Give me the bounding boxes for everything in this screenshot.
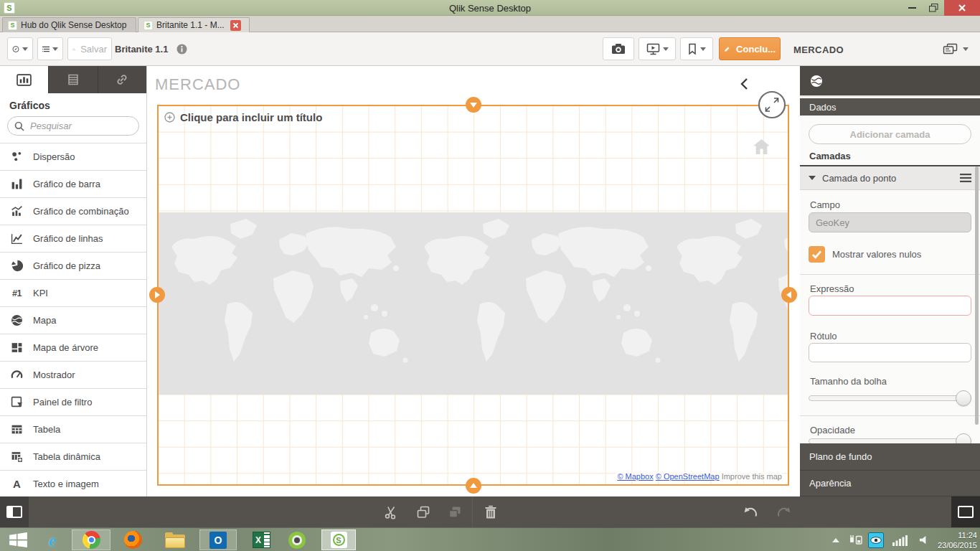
- sheet-title[interactable]: MERCADO: [155, 75, 240, 94]
- resize-handle-right[interactable]: [781, 287, 797, 303]
- paste-button[interactable]: [446, 504, 464, 521]
- layer-row-point-layer[interactable]: Camada do ponto: [800, 166, 980, 190]
- chart-item-scatter[interactable]: Dispersão: [0, 143, 146, 170]
- presentation-button[interactable]: [639, 37, 676, 60]
- expression-input[interactable]: [809, 296, 971, 316]
- collapse-panel-chevron[interactable]: [739, 77, 749, 90]
- taskbar-file-explorer[interactable]: [164, 530, 187, 550]
- taskbar-chrome[interactable]: [82, 530, 100, 550]
- minimize-button[interactable]: [903, 0, 921, 16]
- tab-document[interactable]: S Britanite 1.1 - M...: [138, 17, 250, 32]
- info-icon[interactable]: [176, 44, 187, 55]
- delete-button[interactable]: [481, 504, 500, 521]
- background-section-header[interactable]: Plano de fundo: [800, 443, 980, 471]
- globe-icon[interactable]: [809, 74, 824, 88]
- openstreetmap-link[interactable]: © OpenStreetMap: [656, 472, 720, 481]
- chart-item-map[interactable]: Mapa: [0, 306, 146, 334]
- tab-charts[interactable]: [0, 66, 48, 93]
- undo-button[interactable]: [741, 504, 760, 521]
- mapbox-link[interactable]: © Mapbox: [617, 472, 653, 481]
- add-layer-button[interactable]: Adicionar camada: [809, 124, 971, 144]
- arrow-up-icon: [832, 534, 839, 542]
- toggle-left-panel-button[interactable]: [0, 496, 29, 527]
- chart-item-filter-pane[interactable]: Painel de filtro: [0, 388, 146, 415]
- snapshot-button[interactable]: [603, 37, 634, 60]
- layer-menu-icon[interactable]: [960, 174, 971, 182]
- start-button[interactable]: [6, 530, 30, 550]
- divider: [472, 496, 473, 527]
- chart-item-text-image[interactable]: A Texto e imagem: [0, 470, 146, 497]
- chart-item-pie[interactable]: Gráfico de pizza: [0, 252, 146, 279]
- tray-clock[interactable]: 11:24 23/06/2015: [927, 530, 977, 550]
- fullscreen-toggle-button[interactable]: [758, 90, 786, 119]
- expression-label: Expressão: [810, 283, 854, 294]
- redo-button[interactable]: [775, 504, 793, 521]
- cut-button[interactable]: [382, 504, 400, 521]
- taskbar-qlikview[interactable]: [287, 530, 307, 550]
- toggle-right-panel-button[interactable]: [951, 496, 980, 527]
- chart-item-bar[interactable]: Gráfico de barra: [0, 170, 146, 197]
- chart-item-table[interactable]: Tabela: [0, 415, 146, 443]
- field-label: Campo: [810, 199, 840, 210]
- panel-scrollbar[interactable]: [975, 166, 979, 425]
- label-label: Rótulo: [810, 331, 837, 342]
- search-icon: [14, 121, 24, 131]
- bookmark-button[interactable]: [680, 37, 713, 60]
- chart-item-gauge[interactable]: Mostrador: [0, 361, 146, 388]
- bubble-size-slider[interactable]: [809, 390, 971, 406]
- restore-button[interactable]: [923, 0, 943, 16]
- window-titlebar: S Qlik Sense Desktop: [0, 0, 980, 16]
- map-widget-selected[interactable]: Clique para incluir um título: [157, 105, 789, 486]
- properties-panel-header: [800, 66, 980, 97]
- sheets-navigator-button[interactable]: [937, 37, 974, 60]
- tab-master-items[interactable]: [98, 66, 146, 93]
- chart-item-kpi[interactable]: #1 KPI: [0, 279, 146, 306]
- data-section-header[interactable]: Dados: [800, 98, 980, 116]
- taskbar-outlook[interactable]: O: [209, 530, 227, 550]
- show-nulls-checkbox[interactable]: [809, 246, 825, 263]
- chart-item-combo[interactable]: Gráfico de combinação: [0, 197, 146, 225]
- layer-name-label: Camada do ponto: [822, 173, 896, 184]
- tray-network-signal-icon[interactable]: [891, 530, 910, 550]
- slider-knob[interactable]: [956, 390, 971, 406]
- taskbar-internet-explorer[interactable]: e: [40, 530, 65, 550]
- tray-show-hidden-icons[interactable]: [829, 530, 842, 550]
- chart-item-treemap[interactable]: Mapa de árvore: [0, 334, 146, 361]
- close-button[interactable]: [944, 0, 980, 16]
- taskbar-firefox[interactable]: [122, 530, 143, 550]
- tray-power-icon[interactable]: [847, 530, 865, 550]
- global-menu-button[interactable]: [37, 37, 63, 60]
- tab-fields[interactable]: [48, 66, 97, 93]
- resize-handle-bottom[interactable]: [466, 478, 481, 494]
- arrow-right-icon: [155, 291, 164, 298]
- outlook-icon: O: [209, 532, 227, 549]
- chart-item-label: Gráfico de combinação: [33, 206, 129, 217]
- appearance-section-header[interactable]: Aparência: [800, 471, 980, 496]
- tab-hub[interactable]: S Hub do Qlik Sense Desktop: [2, 17, 136, 32]
- search-input[interactable]: [29, 120, 132, 132]
- widget-title-placeholder[interactable]: Clique para incluir um título: [164, 111, 322, 123]
- left-panel-icon: [6, 506, 22, 518]
- taskbar-excel[interactable]: X: [251, 530, 271, 550]
- app-tabbar: S Hub do Qlik Sense Desktop S Britanite …: [0, 16, 980, 32]
- map-home-icon[interactable]: [752, 138, 771, 156]
- sidebar-search[interactable]: [7, 116, 139, 136]
- chart-item-line[interactable]: Gráfico de linhas: [0, 225, 146, 252]
- tab-close-button[interactable]: [230, 20, 241, 31]
- world-map[interactable]: [159, 212, 788, 395]
- resize-handle-left[interactable]: [149, 287, 165, 303]
- copy-button[interactable]: [414, 504, 433, 521]
- navigation-menu-button[interactable]: [7, 37, 33, 60]
- internet-explorer-icon: e: [49, 533, 57, 547]
- save-button[interactable]: Salvar: [67, 37, 112, 60]
- chart-item-pivot-table[interactable]: Tabela dinâmica: [0, 443, 146, 470]
- resize-handle-top[interactable]: [466, 97, 481, 113]
- taskbar-qlik-sense[interactable]: S: [329, 530, 348, 550]
- field-input[interactable]: [809, 212, 971, 232]
- slider-track[interactable]: [809, 395, 971, 401]
- done-editing-button[interactable]: Conclu...: [719, 37, 781, 60]
- label-input[interactable]: [809, 343, 971, 362]
- tray-eye-icon[interactable]: [868, 532, 884, 548]
- excel-icon: X: [253, 532, 270, 548]
- collapse-triangle-icon[interactable]: [809, 176, 816, 184]
